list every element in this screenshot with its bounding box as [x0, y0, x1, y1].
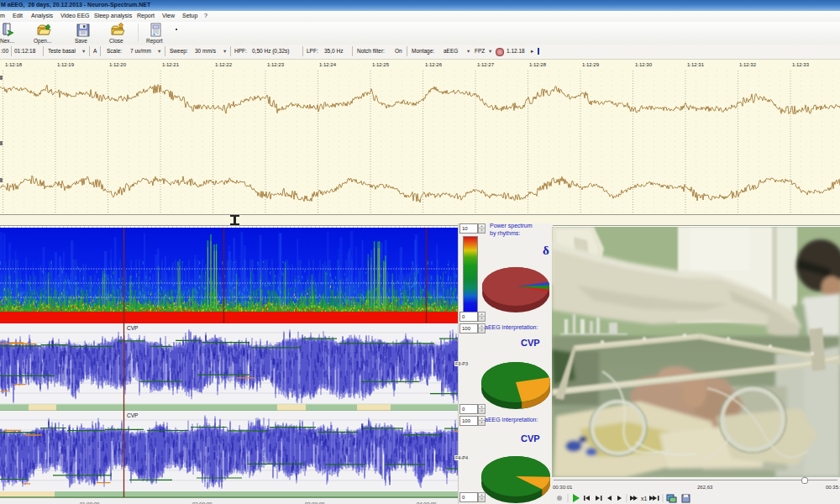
svg-text:x1: x1: [641, 496, 648, 501]
svg-text:CVP: CVP: [127, 412, 138, 418]
svg-text:CVP: CVP: [127, 325, 138, 331]
